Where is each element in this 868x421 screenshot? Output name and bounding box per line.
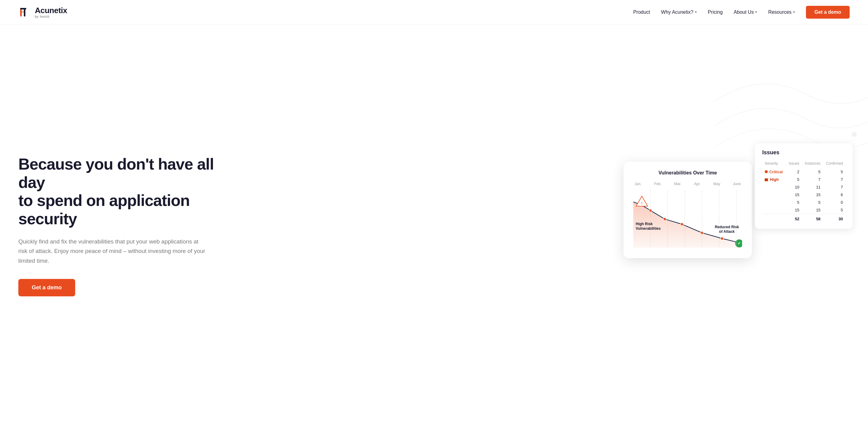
logo-text: Acunetix by Invicti xyxy=(35,6,67,18)
hero-heading: Because you don't have all day to spend … xyxy=(18,155,232,228)
vuln-chart-area: ✓ ! High RiskVulnerabilities Reduced Ris… xyxy=(633,189,742,250)
chevron-down-icon: ▾ xyxy=(695,10,697,14)
svg-point-9 xyxy=(681,223,683,225)
chevron-down-icon-about: ▾ xyxy=(755,10,757,14)
issues-table: Severity Issues Instances Confirmed Crit… xyxy=(762,160,845,223)
chart-label-reduced-risk: Reduced Riskof Attack xyxy=(715,225,739,234)
vuln-card: Vulnerabilities Over Time Jan. Feb. Mar.… xyxy=(623,162,752,258)
hero-visuals: Issues Severity Issues Instances Confirm… xyxy=(611,143,850,308)
vuln-chart-title: Vulnerabilities Over Time xyxy=(633,170,742,176)
nav-pricing[interactable]: Pricing xyxy=(708,9,723,15)
nav-why-acunetix[interactable]: Why Acunetix? ▾ xyxy=(661,9,697,15)
logo-sub: by Invicti xyxy=(35,15,67,18)
vuln-months: Jan. Feb. Mar. Apr. May June xyxy=(633,182,742,186)
logo[interactable]: Acunetix by Invicti xyxy=(18,5,67,19)
hero-subtext: Quickly find and fix the vulnerabilities… xyxy=(18,237,208,265)
table-row: 5 5 0 xyxy=(762,199,845,206)
acunetix-logo-icon xyxy=(18,5,32,19)
hero-section: Because you don't have all day to spend … xyxy=(0,25,868,421)
col-confirmed: Confirmed xyxy=(823,160,845,168)
nav-get-demo-button[interactable]: Get a demo xyxy=(806,6,850,19)
navigation: Acunetix by Invicti Product Why Acunetix… xyxy=(0,0,868,25)
flag-icon xyxy=(765,179,768,181)
hero-get-demo-button[interactable]: Get a demo xyxy=(18,279,75,296)
svg-text:!: ! xyxy=(641,201,643,205)
table-row: Critical 2 5 5 xyxy=(762,168,845,176)
svg-point-11 xyxy=(721,237,723,240)
chevron-down-icon-resources: ▾ xyxy=(793,10,795,14)
table-row: 15 15 6 xyxy=(762,191,845,199)
nav-product[interactable]: Product xyxy=(633,9,650,15)
svg-point-5 xyxy=(852,132,857,137)
hero-content: Because you don't have all day to spend … xyxy=(18,155,232,296)
svg-rect-4 xyxy=(24,8,25,17)
col-severity: Severity xyxy=(762,160,786,168)
table-row: 15 15 5 xyxy=(762,206,845,214)
svg-point-8 xyxy=(663,218,666,220)
issues-title: Issues xyxy=(762,150,845,156)
nav-resources[interactable]: Resources ▾ xyxy=(768,9,795,15)
table-row: 10 11 7 xyxy=(762,183,845,191)
svg-text:✓: ✓ xyxy=(738,241,741,246)
vuln-chart-svg: ✓ ! xyxy=(633,189,742,250)
issues-card: Issues Severity Issues Instances Confirm… xyxy=(755,143,853,229)
table-total-row: 52 58 30 xyxy=(762,214,845,223)
critical-dot-icon xyxy=(765,170,768,173)
nav-about-us[interactable]: About Us ▾ xyxy=(734,9,757,15)
col-issues: Issues xyxy=(786,160,802,168)
nav-links: Product Why Acunetix? ▾ Pricing About Us… xyxy=(633,6,850,19)
svg-rect-3 xyxy=(20,11,25,12)
logo-name: Acunetix xyxy=(35,6,67,15)
col-instances: Instances xyxy=(802,160,823,168)
table-row: High 5 7 7 xyxy=(762,176,845,183)
chart-label-high-risk: High RiskVulnerabilities xyxy=(636,222,661,231)
